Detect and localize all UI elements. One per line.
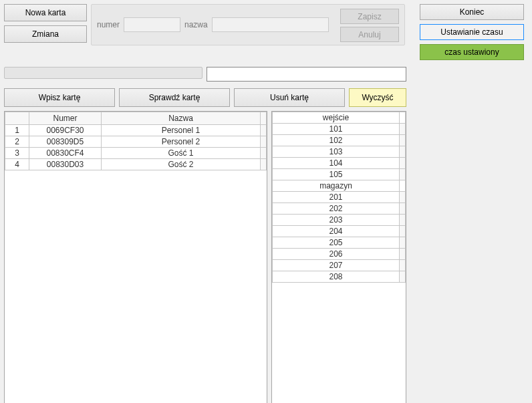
form-panel: numer nazwa Zapisz Anuluj bbox=[91, 4, 405, 45]
list-item[interactable]: 207 bbox=[273, 260, 406, 271]
list-item[interactable]: 101 bbox=[273, 124, 406, 135]
list-item[interactable]: 202 bbox=[273, 203, 406, 215]
change-button[interactable]: Zmiana bbox=[4, 25, 87, 43]
list-item[interactable]: 204 bbox=[273, 226, 406, 237]
cell-spacer bbox=[400, 124, 406, 135]
group-header[interactable]: wejście bbox=[273, 112, 406, 124]
item-value: 102 bbox=[273, 135, 400, 146]
cell-spacer bbox=[400, 135, 406, 146]
cell-spacer bbox=[400, 112, 406, 124]
col-index bbox=[5, 112, 29, 125]
list-item[interactable]: 208 bbox=[273, 271, 406, 283]
save-button: Zapisz bbox=[340, 9, 399, 24]
item-value: 208 bbox=[273, 271, 400, 283]
cell-spacer bbox=[261, 159, 267, 170]
action-row: Wpisz kartę Sprawdź kartę Usuń kartę Wyc… bbox=[4, 88, 406, 107]
col-nazwa: Nazwa bbox=[102, 112, 261, 125]
item-value: 204 bbox=[273, 226, 400, 237]
list-item[interactable]: 104 bbox=[273, 158, 406, 169]
cell-index: 1 bbox=[5, 125, 29, 136]
locations-table[interactable]: wejście101102103104105magazyn20120220320… bbox=[271, 111, 406, 403]
left-button-column: Nowa karta Zmiana bbox=[4, 4, 87, 60]
item-value: 101 bbox=[273, 124, 400, 135]
search-input[interactable] bbox=[207, 67, 406, 82]
table-row[interactable]: 300830CF4Gość 1 bbox=[5, 148, 267, 159]
top-area: Nowa karta Zmiana numer nazwa Zapisz Anu… bbox=[4, 4, 528, 60]
col-spacer bbox=[261, 112, 267, 125]
group-name: magazyn bbox=[273, 180, 400, 192]
cell-spacer bbox=[261, 136, 267, 148]
nazwa-input[interactable] bbox=[212, 17, 329, 32]
item-value: 207 bbox=[273, 260, 400, 271]
cards-table[interactable]: Numer Nazwa 10069CF30Personel 12008309D5… bbox=[4, 111, 267, 403]
numer-input[interactable] bbox=[124, 17, 180, 32]
list-item[interactable]: 103 bbox=[273, 146, 406, 158]
progress-row bbox=[4, 67, 406, 82]
set-time-button[interactable]: Ustawianie czasu bbox=[420, 24, 524, 40]
cell-spacer bbox=[400, 260, 406, 271]
cell-spacer bbox=[400, 271, 406, 283]
cell-spacer bbox=[400, 249, 406, 260]
spacer bbox=[409, 4, 416, 60]
cell-nazwa: Personel 2 bbox=[102, 136, 261, 148]
cell-numer: 00830D03 bbox=[29, 159, 102, 170]
nazwa-label: nazwa bbox=[184, 20, 208, 29]
cell-spacer bbox=[400, 215, 406, 226]
progress-bar bbox=[4, 67, 203, 79]
close-button[interactable]: Koniec bbox=[420, 4, 524, 20]
list-item[interactable]: 205 bbox=[273, 237, 406, 249]
cell-spacer bbox=[400, 226, 406, 237]
cell-nazwa: Gość 2 bbox=[102, 159, 261, 170]
new-card-button[interactable]: Nowa karta bbox=[4, 4, 87, 21]
list-item[interactable]: 203 bbox=[273, 215, 406, 226]
cell-index: 4 bbox=[5, 159, 29, 170]
write-card-button[interactable]: Wpisz kartę bbox=[4, 88, 115, 107]
cell-spacer bbox=[261, 125, 267, 136]
content-row: Numer Nazwa 10069CF30Personel 12008309D5… bbox=[4, 111, 406, 403]
cell-nazwa: Personel 1 bbox=[102, 125, 261, 136]
cell-index: 2 bbox=[5, 136, 29, 148]
cell-spacer bbox=[400, 146, 406, 158]
table-row[interactable]: 2008309D5Personel 2 bbox=[5, 136, 267, 148]
time-set-status: czas ustawiony bbox=[420, 44, 524, 60]
right-column: Koniec Ustawianie czasu czas ustawiony bbox=[420, 4, 524, 60]
item-value: 103 bbox=[273, 146, 400, 158]
cell-spacer bbox=[400, 192, 406, 203]
cancel-button: Anuluj bbox=[340, 27, 399, 42]
list-item[interactable]: 105 bbox=[273, 169, 406, 180]
list-item[interactable]: 206 bbox=[273, 249, 406, 260]
table-row[interactable]: 10069CF30Personel 1 bbox=[5, 125, 267, 136]
table-row[interactable]: 400830D03Gość 2 bbox=[5, 159, 267, 170]
col-numer: Numer bbox=[29, 112, 102, 125]
cell-spacer bbox=[400, 203, 406, 215]
item-value: 201 bbox=[273, 192, 400, 203]
cell-numer: 00830CF4 bbox=[29, 148, 102, 159]
group-header[interactable]: magazyn bbox=[273, 180, 406, 192]
cell-nazwa: Gość 1 bbox=[102, 148, 261, 159]
clear-button[interactable]: Wyczyść bbox=[349, 88, 406, 107]
cell-spacer bbox=[400, 169, 406, 180]
item-value: 206 bbox=[273, 249, 400, 260]
cell-spacer bbox=[400, 237, 406, 249]
save-column: Zapisz Anuluj bbox=[340, 9, 399, 42]
item-value: 105 bbox=[273, 169, 400, 180]
item-value: 203 bbox=[273, 215, 400, 226]
check-card-button[interactable]: Sprawdź kartę bbox=[119, 88, 230, 107]
item-value: 104 bbox=[273, 158, 400, 169]
delete-card-button[interactable]: Usuń kartę bbox=[234, 88, 345, 107]
cell-spacer bbox=[400, 158, 406, 169]
list-item[interactable]: 102 bbox=[273, 135, 406, 146]
item-value: 202 bbox=[273, 203, 400, 215]
cell-numer: 0069CF30 bbox=[29, 125, 102, 136]
cell-spacer bbox=[261, 148, 267, 159]
cell-spacer bbox=[400, 180, 406, 192]
cell-numer: 008309D5 bbox=[29, 136, 102, 148]
numer-label: numer bbox=[97, 20, 120, 29]
list-item[interactable]: 201 bbox=[273, 192, 406, 203]
group-name: wejście bbox=[273, 112, 400, 124]
item-value: 205 bbox=[273, 237, 400, 249]
cell-index: 3 bbox=[5, 148, 29, 159]
